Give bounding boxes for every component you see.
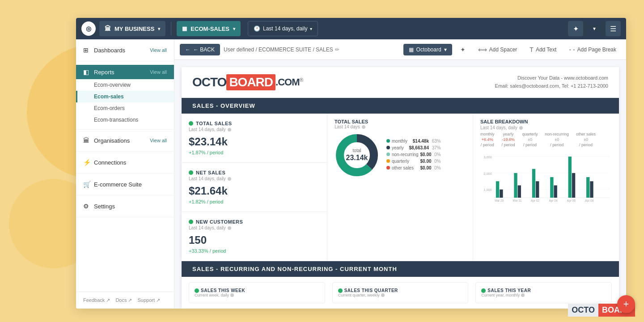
- total-sales-value: $23.14k: [189, 136, 320, 148]
- chevron-down-button[interactable]: ▾: [587, 21, 602, 36]
- bar-cat-nonrecurring-change: ±0: [555, 137, 559, 142]
- sidebar: ⊞ Dashboards View all ◧ Reports View all…: [76, 39, 174, 309]
- report-dropdown[interactable]: ▦ ECOM-SALES ▾: [177, 21, 241, 36]
- bar-cat-yearly: yearly -19.6% / period: [502, 132, 515, 147]
- ecommerce-label: E-commerce Suite: [94, 181, 167, 188]
- svg-rect-17: [554, 185, 557, 198]
- donut-legend: monthly $14.48k 63% yearly $8,663.84 37: [386, 139, 441, 172]
- sidebar-sub-ecom-sales[interactable]: Ecom-sales: [76, 91, 174, 102]
- new-customers-value: 150: [189, 234, 320, 246]
- new-customers-subtitle: Last 14 days, daily: [189, 225, 320, 230]
- docs-link[interactable]: Docs ↗: [115, 297, 132, 303]
- kpi-panels: TOTAL SALES Last 14 days, daily $23.14k …: [182, 114, 327, 261]
- legend-row-nonrecurring: non-recurring $0.00 0%: [386, 152, 441, 157]
- report-label: ECOM-SALES: [191, 25, 229, 32]
- mini-stat-quarter-subtitle: Current quarter, weekly: [338, 293, 463, 297]
- top-nav: ◎ 🏛 MY BUSINESS ▾ ▦ ECOM-SALES ▾ 🕐 Last …: [76, 18, 626, 39]
- magic-icon-button[interactable]: ✦: [568, 21, 583, 36]
- add-spacer-label: Add Spacer: [489, 47, 517, 53]
- organisations-label: Organisations: [94, 137, 146, 144]
- green-dot-icon-2: [189, 170, 193, 175]
- dashboards-view-all[interactable]: View all: [150, 47, 167, 53]
- legend-dot-monthly: [386, 139, 390, 143]
- legend-value-quarterly: $0.00: [420, 159, 431, 164]
- legend-pct-monthly: 63%: [431, 139, 441, 144]
- net-sales-change: +1.82% / period: [189, 199, 320, 204]
- bar-cat-quarterly-period: / period: [523, 143, 537, 147]
- donut-center: total 23.14k: [346, 148, 368, 163]
- bar-cat-nonrecurring-period: / period: [550, 143, 564, 147]
- mini-info-2: [381, 293, 385, 297]
- sidebar-sub-ecom-transactions[interactable]: Ecom-transactions: [76, 114, 174, 126]
- report-contact: Discover Your Data - www.octoboard.com E…: [495, 74, 608, 90]
- add-text-button[interactable]: T Add Text: [525, 43, 561, 56]
- add-spacer-button[interactable]: ⟺ Add Spacer: [474, 43, 522, 56]
- organisations-view-all[interactable]: View all: [150, 138, 167, 143]
- info-icon-3: [228, 226, 231, 230]
- net-sales-subtitle: Last 14 days, daily: [189, 176, 320, 181]
- report-canvas: OCTO BOARD .COM® Discover Your Data - ww…: [174, 60, 626, 309]
- legend-pct-quarterly: 0%: [433, 159, 441, 164]
- reports-view-all[interactable]: View all: [150, 69, 167, 75]
- back-button[interactable]: ← ← BACK: [180, 44, 220, 55]
- donut-panel: TOTAL SALES Last 14 days: [327, 114, 473, 261]
- bar-cat-othersales: other sales ±0 / period: [576, 132, 596, 147]
- legend-dot-yearly: [386, 146, 390, 149]
- menu-button[interactable]: ☰: [606, 21, 621, 36]
- organisations-icon: 🏛: [83, 137, 90, 144]
- feedback-link[interactable]: Feedback ↗: [83, 297, 110, 303]
- magic-tool-button[interactable]: ✦: [456, 43, 470, 56]
- stats-grid: TOTAL SALES Last 14 days, daily $23.14k …: [182, 114, 619, 261]
- total-sales-panel: TOTAL SALES Last 14 days, daily $23.14k …: [182, 114, 327, 163]
- new-customers-title: NEW CUSTOMERS: [189, 219, 320, 225]
- svg-rect-16: [550, 177, 553, 198]
- legend-label-quarterly: quarterly: [392, 159, 418, 164]
- octoboard-button[interactable]: ▦ Octoboard ▾: [403, 44, 452, 55]
- sidebar-item-ecommerce[interactable]: 🛒 E-commerce Suite: [76, 177, 174, 191]
- edit-icon[interactable]: ✏: [335, 47, 339, 53]
- svg-text:Apr 04: Apr 04: [549, 199, 557, 203]
- sidebar-item-connections[interactable]: ⚡ Connections: [76, 155, 174, 169]
- sidebar-item-reports[interactable]: ◧ Reports View all: [76, 65, 174, 79]
- logo-octo: OCTO: [192, 75, 226, 89]
- grid-icon: ⊞: [83, 47, 90, 54]
- svg-rect-12: [514, 173, 517, 198]
- fab-button[interactable]: +: [617, 295, 635, 313]
- business-dropdown[interactable]: 🏛 MY BUSINESS ▾: [99, 21, 165, 36]
- green-dot-icon: [189, 121, 193, 126]
- mini-stat-quarter: SALES THIS QUARTER Current quarter, week…: [332, 282, 469, 303]
- sidebar-dashboards-section: ⊞ Dashboards View all: [76, 39, 174, 61]
- date-range-dropdown[interactable]: 🕐 Last 14 days, daily ▾: [248, 21, 318, 36]
- add-page-break-button[interactable]: - - Add Page Break: [564, 43, 621, 56]
- ecommerce-icon: 🛒: [83, 181, 90, 188]
- sidebar-sub-ecom-orders[interactable]: Ecom-orders: [76, 102, 174, 114]
- support-link[interactable]: Support ↗: [138, 297, 161, 303]
- bar-panel: SALE BREAKDOWN Last 14 days, daily month…: [473, 114, 619, 261]
- logo-board: BOARD: [226, 74, 275, 90]
- mini-stat-week-subtitle: Current week, daily: [195, 293, 319, 297]
- legend-pct-othersales: 0%: [433, 165, 441, 170]
- svg-text:Apr 06: Apr 06: [567, 199, 576, 203]
- text-icon: T: [530, 46, 534, 53]
- bar-info-icon: [519, 126, 523, 130]
- legend-label-nonrecurring: non-recurring: [392, 152, 418, 157]
- legend-value-othersales: $0.00: [420, 165, 431, 170]
- sidebar-settings-section: ⚙ Settings: [76, 195, 174, 217]
- legend-value-monthly: $14.48k: [413, 139, 429, 144]
- sidebar-sub-ecom-overview[interactable]: Ecom-overview: [76, 79, 174, 91]
- bar-chart-svg: 3,000 2,000 1,000: [480, 151, 612, 204]
- sidebar-item-organisations[interactable]: 🏛 Organisations View all: [76, 133, 174, 148]
- donut-info-icon: [362, 125, 365, 129]
- report-logo: OCTO BOARD .COM®: [192, 74, 303, 90]
- octoboard-caret: ▾: [444, 47, 447, 53]
- bar-cat-yearly-period: / period: [502, 143, 515, 147]
- sidebar-item-settings[interactable]: ⚙ Settings: [76, 199, 174, 213]
- info-icon-2: [228, 177, 231, 181]
- svg-text:2,000: 2,000: [483, 172, 491, 176]
- bar-categories: monthly +6.4% / period yearly -19.6% / p…: [480, 132, 612, 147]
- sidebar-item-dashboards[interactable]: ⊞ Dashboards View all: [76, 43, 174, 57]
- legend-dot-othersales: [386, 166, 390, 169]
- section2-header: SALES - RECURRING AND NON-RECURRING - CU…: [182, 261, 619, 277]
- mini-stat-week-title: SALES THIS WEEK: [195, 288, 319, 293]
- mini-green-dot-3: [481, 288, 486, 293]
